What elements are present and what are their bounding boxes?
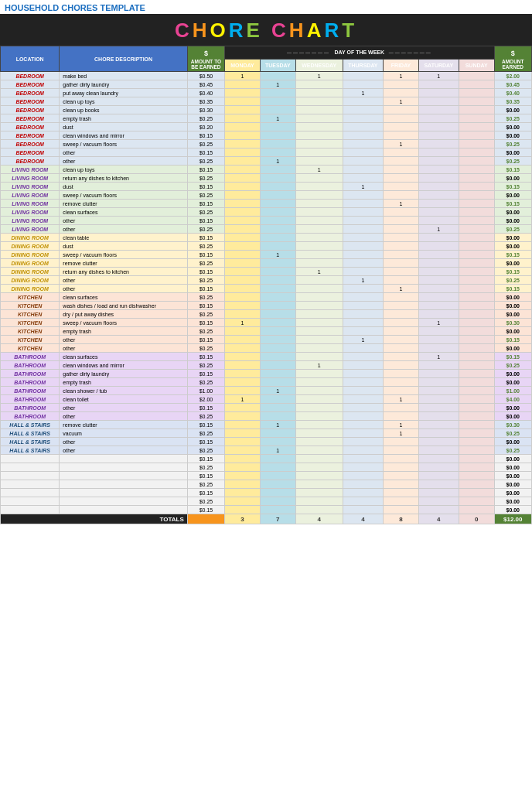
amount-to-earn-cell: $0.15 (187, 472, 224, 480)
day-cell-mon (225, 429, 261, 438)
amount-to-earn-cell: $0.25 (187, 293, 224, 302)
chore-cell: remove clutter (60, 421, 187, 429)
table-row: DINING ROOMsweep / vacuum floors$0.151$0… (1, 251, 532, 259)
day-cell-fri (384, 157, 419, 166)
amount-to-earn-cell: $0.25 (187, 310, 224, 319)
day-cell-mon: 1 (225, 72, 261, 80)
table-row: $0.25$0.00 (1, 463, 532, 472)
location-cell: DINING ROOM (1, 268, 60, 276)
header-friday: FRIDAY (384, 59, 419, 72)
amount-to-earn-cell: $0.25 (187, 140, 224, 148)
day-cell-fri (384, 353, 419, 361)
day-cell-mon (225, 276, 261, 285)
table-row: BATHROOMclean toilet$2.0011$4.00 (1, 395, 532, 404)
day-cell-sat (418, 131, 459, 140)
day-cell-fri: 1 (384, 97, 419, 106)
amount-earned-cell: $0.00 (494, 174, 531, 183)
day-cell-mon (225, 97, 261, 106)
table-row: HALL & STAIRSother$0.251$0.25 (1, 446, 532, 455)
day-cell-mon (225, 225, 261, 234)
location-cell: BATHROOM (1, 395, 60, 404)
chore-cell: clean windows and mirror (60, 131, 187, 140)
day-cell-sat (418, 463, 459, 472)
day-cell-sat (418, 259, 459, 268)
day-cell-sun (459, 310, 494, 319)
chore-cell: empty trash (60, 114, 187, 123)
day-cell-mon (225, 242, 261, 251)
amount-to-earn-cell: $0.25 (187, 114, 224, 123)
day-cell-wed (295, 242, 343, 251)
day-cell-wed (295, 217, 343, 225)
day-cell-sat (418, 412, 459, 421)
day-cell-thu (343, 106, 383, 114)
day-cell-fri (384, 131, 419, 140)
day-cell-mon (225, 353, 261, 361)
chore-cell: other (60, 225, 187, 234)
day-cell-sun (459, 259, 494, 268)
day-cell-sun (459, 429, 494, 438)
day-cell-thu (343, 506, 383, 514)
day-cell-thu (343, 344, 383, 353)
day-cell-mon (225, 140, 261, 148)
day-cell-tue (260, 285, 295, 293)
amount-earned-cell: $0.15 (494, 166, 531, 174)
day-cell-fri (384, 242, 419, 251)
day-cell-mon (225, 506, 261, 514)
day-cell-mon (225, 251, 261, 259)
amount-to-earn-cell: $0.15 (187, 353, 224, 361)
day-cell-sat (418, 293, 459, 302)
chore-cell: sweep / vacuum floors (60, 319, 187, 327)
day-cell-fri (384, 268, 419, 276)
day-cell-mon (225, 344, 261, 353)
day-cell-sat (418, 268, 459, 276)
location-cell: KITCHEN (1, 310, 60, 319)
day-cell-sun (459, 378, 494, 387)
amount-to-earn-cell: $0.25 (187, 259, 224, 268)
amount-earned-cell: $0.15 (494, 336, 531, 344)
amount-to-earn-cell: $0.35 (187, 97, 224, 106)
day-cell-sat (418, 106, 459, 114)
table-row: KITCHENother$0.25$0.00 (1, 344, 532, 353)
day-cell-wed (295, 140, 343, 148)
location-cell: BEDROOM (1, 114, 60, 123)
amount-to-earn-cell: $0.25 (187, 446, 224, 455)
day-cell-tue (260, 293, 295, 302)
day-cell-thu (343, 370, 383, 378)
day-cell-wed (295, 89, 343, 97)
day-cell-thu (343, 489, 383, 497)
amount-earned-cell: $0.00 (494, 497, 531, 506)
day-cell-thu (343, 140, 383, 148)
day-cell-thu (343, 480, 383, 489)
amount-to-earn-cell: $0.15 (187, 319, 224, 327)
day-cell-mon (225, 404, 261, 412)
day-cell-fri (384, 506, 419, 514)
day-cell-sun (459, 438, 494, 446)
amount-earned-cell: $0.00 (494, 191, 531, 200)
amount-to-earn-cell: $0.15 (187, 421, 224, 429)
totals-sunday: 0 (459, 514, 494, 524)
location-cell: BATHROOM (1, 353, 60, 361)
day-cell-thu (343, 293, 383, 302)
chore-cell: clean up toys (60, 166, 187, 174)
day-cell-sun (459, 285, 494, 293)
table-row: $0.25$0.00 (1, 480, 532, 489)
day-cell-sat (418, 174, 459, 183)
day-cell-tue (260, 106, 295, 114)
chore-cell (60, 480, 187, 489)
day-cell-fri (384, 89, 419, 97)
day-cell-wed (295, 395, 343, 404)
day-cell-thu (343, 200, 383, 208)
day-cell-fri (384, 217, 419, 225)
day-cell-wed (295, 106, 343, 114)
day-cell-thu (343, 395, 383, 404)
day-cell-sun (459, 387, 494, 395)
day-cell-wed (295, 276, 343, 285)
day-cell-wed (295, 183, 343, 191)
location-cell: KITCHEN (1, 319, 60, 327)
day-cell-wed (295, 310, 343, 319)
location-cell: BEDROOM (1, 123, 60, 131)
day-cell-sun (459, 225, 494, 234)
day-cell-fri (384, 166, 419, 174)
chore-cell: other (60, 157, 187, 166)
day-cell-wed (295, 327, 343, 336)
